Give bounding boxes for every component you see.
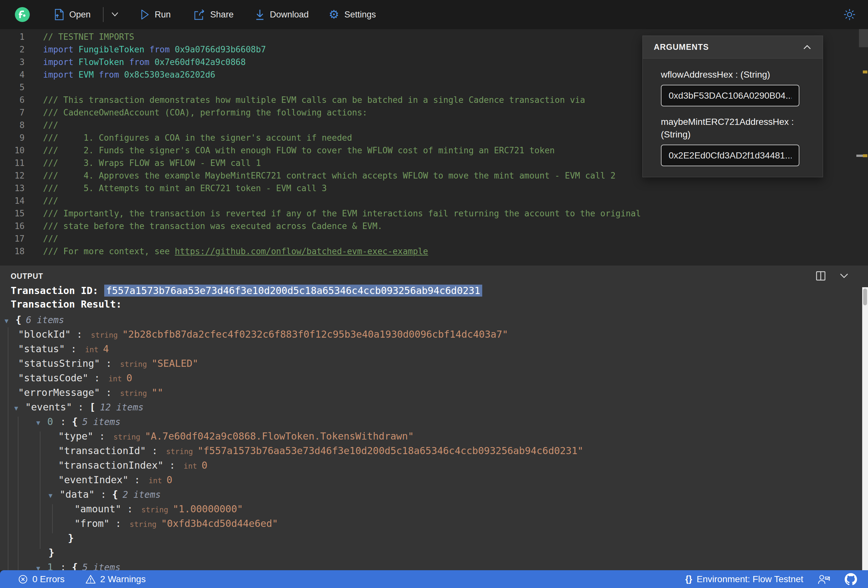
open-file-icon [55,9,64,21]
code-token: import [43,45,79,55]
json-tree: ▼{6 items"blockId" : string"2b28cbfb87da… [0,312,862,570]
tree-token-idx: 0 [47,416,53,427]
collapse-triangle-icon[interactable]: ▼ [36,416,47,430]
settings-button[interactable]: ⚙ Settings [329,9,376,21]
code-token: /// 2. Funds the signer's COA with enoug… [43,146,555,155]
chevron-down-icon [110,11,120,18]
tree-token-punc: { [72,561,78,570]
editor-overview-ruler[interactable] [859,29,868,265]
theme-toggle-button[interactable] [843,9,856,21]
split-view-icon[interactable] [816,271,826,281]
tree-token-int: 4 [103,343,109,355]
collapse-triangle-icon[interactable]: ▼ [14,401,25,416]
code-token: /// [43,120,58,130]
tree-token-typ: int [108,374,122,383]
errors-status[interactable]: 0 Errors [18,574,65,584]
tree-token-key: "events" [25,401,72,413]
code-text: /// 1. Configures a COA in the signer's … [25,132,352,144]
line-number: 4 [0,69,25,81]
argument-input-maybeMintERC721AddressHex[interactable] [661,144,799,166]
tree-token-typ: string [120,360,147,368]
share-icon [193,9,205,20]
tree-token-key: "eventIndex" [58,474,128,485]
tree-token-items: 5 items [82,417,120,427]
tree-token-colon: : [146,445,164,456]
code-text: import FlowToken from 0x7e60df042a9c0868 [25,56,246,69]
line-number: 17 [0,233,25,245]
line-number: 1 [0,31,25,43]
code-text: /// This transaction demonstrates how mu… [25,94,585,106]
download-button[interactable]: Download [255,9,309,21]
output-panel: OUTPUT Transaction ID: f557a1573b76aa53e… [0,265,868,570]
tree-row: "from" : string"0xfd3b4cd50d44e6ed" [0,516,862,531]
tree-token-colon: : [164,460,181,471]
output-title: OUTPUT [11,272,43,281]
sun-icon [843,9,856,21]
share-button[interactable]: Share [193,9,234,20]
tree-row: ▼"data" : {2 items [0,487,862,502]
tree-token-colon: : [109,518,127,529]
tree-token-typ: string [91,331,118,339]
code-token: /// state before the transaction was exe… [43,221,382,231]
tree-token-typ: string [166,447,193,456]
tree-token-colon: : [100,387,118,398]
tree-row: "transactionIndex" : int0 [0,458,862,473]
tree-token-str: "" [152,387,163,398]
open-label: Open [69,10,91,20]
open-dropdown-chevron[interactable] [110,11,120,18]
tree-token-colon: : [71,329,89,340]
collapse-triangle-icon[interactable]: ▼ [36,561,47,570]
code-line: 13/// 5. Attempts to mint an ERC721 toke… [0,182,868,195]
code-text: /// Importantly, the transaction is reve… [25,207,641,220]
tree-row: "type" : string"A.7e60df042a9c0868.FlowT… [0,429,862,444]
github-icon[interactable] [845,573,857,585]
output-scrollbar[interactable] [862,287,868,570]
line-number: 2 [0,43,25,56]
collapse-triangle-icon[interactable]: ▼ [49,488,59,503]
tree-token-punc: [ [90,401,96,413]
tree-row: "eventIndex" : int0 [0,473,862,487]
toolbar: Open Run Share Download ⚙ Settings [0,0,868,29]
download-icon [255,9,265,21]
code-token: /// [43,234,58,243]
tree-token-str: "A.7e60df042a9c0868.FlowToken.TokensWith… [145,430,414,442]
code-link[interactable]: https://github.com/onflow/batched-evm-ex… [175,246,428,256]
feedback-icon[interactable] [818,574,830,585]
warnings-status[interactable]: 2 Warnings [86,574,146,584]
code-text: /// 4. Approves the example MaybeMintERC… [25,169,616,182]
collapse-triangle-icon[interactable]: ▼ [4,314,16,328]
code-text: // TESTNET IMPORTS [25,31,134,43]
transaction-id-line: Transaction ID: f557a1573b76aa53e73d46f3… [11,285,482,296]
line-number: 8 [0,119,25,132]
code-token: /// 4. Approves the example MaybeMintERC… [43,171,616,180]
line-number: 5 [0,81,25,94]
code-text: /// For more context, see https://github… [25,245,428,258]
collapse-output-chevron-icon[interactable] [839,272,849,280]
code-text: /// CadenceOwnedAccount (COA), performin… [25,106,367,119]
tree-token-typ: string [120,389,147,398]
tree-token-key: "statusString" [18,358,100,369]
code-token: from [129,57,154,67]
tree-token-int: 0 [126,372,132,383]
code-line: 14/// [0,195,868,207]
tree-row: ▼1 : {5 items [0,560,862,570]
line-number: 9 [0,132,25,144]
argument-input-wflowAddressHex[interactable] [661,85,799,106]
run-button[interactable]: Run [140,9,171,20]
indent-guide [52,504,53,533]
tree-token-key: "type" [58,430,93,442]
tree-token-key: "blockId" [18,329,71,340]
open-button[interactable]: Open [55,9,91,21]
play-icon [140,9,149,20]
output-scrollbar-thumb[interactable] [863,289,867,305]
tree-token-punc: } [68,532,74,544]
editor-scrollbar-thumb[interactable] [859,29,868,47]
code-token: 0x7e60df042a9c0868 [154,57,246,67]
arguments-panel-header[interactable]: ARGUMENTS [643,36,823,59]
chevron-up-icon [803,44,812,50]
environment-status[interactable]: {} Environment: Flow Testnet [685,574,803,584]
download-label: Download [270,10,309,20]
indent-guide [18,417,18,570]
tree-row: "statusCode" : int0 [0,371,862,385]
tree-token-colon: : [55,561,72,570]
